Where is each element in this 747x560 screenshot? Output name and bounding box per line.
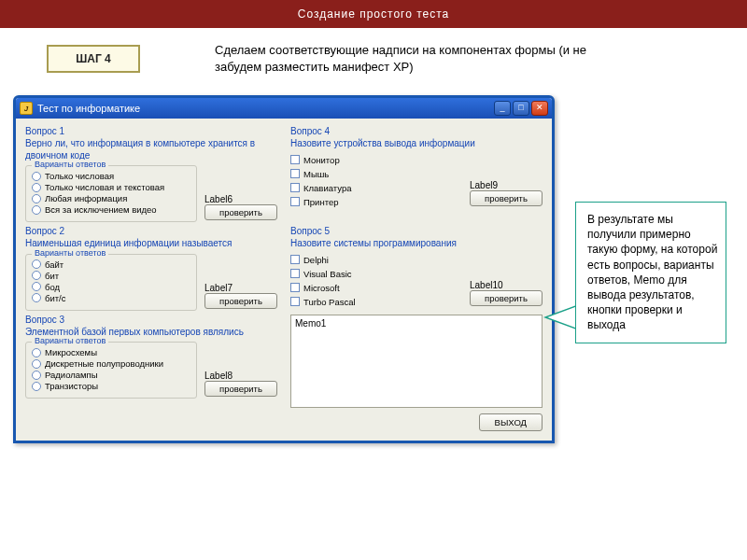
side-col: Label10 проверить	[470, 280, 543, 308]
step-label: ШАГ 4	[76, 52, 111, 65]
checkbox-option[interactable]: Turbo Pascal	[290, 297, 462, 307]
answers-group: Варианты ответов Только числовая Только …	[25, 165, 197, 222]
side-col: Label8 проверить	[204, 371, 277, 399]
checkbox-option[interactable]: Клавиатура	[290, 183, 462, 193]
maximize-button[interactable]: □	[513, 101, 529, 116]
question-num: Вопрос 1	[25, 126, 277, 136]
check-button[interactable]: проверить	[470, 290, 543, 306]
answers-group: Варианты ответов байт бит бод бит/с	[25, 254, 197, 311]
callout-text: В результате мы получили примерно такую …	[587, 213, 717, 331]
radio-option[interactable]: Вся за исключением видео	[32, 204, 190, 215]
app-icon: J	[20, 102, 33, 115]
check-button[interactable]: проверить	[470, 190, 543, 206]
radio-icon	[32, 359, 41, 369]
radio-option[interactable]: бод	[32, 282, 190, 292]
window-title: Тест по информатике	[37, 103, 494, 114]
titlebar[interactable]: J Тест по информатике _ □ ✕	[16, 98, 552, 119]
radio-icon	[32, 282, 41, 291]
checkbox-option[interactable]: Принтер	[290, 197, 462, 207]
checkbox-icon	[290, 255, 300, 264]
radio-icon	[32, 382, 41, 391]
question-num: Вопрос 4	[290, 126, 543, 136]
radio-option[interactable]: бит/с	[32, 293, 190, 303]
radio-icon	[32, 271, 41, 280]
radio-option[interactable]: Микросхемы	[32, 347, 190, 357]
window-controls: _ □ ✕	[494, 101, 548, 116]
intro-text: Сделаем соответствующие надписи на компо…	[215, 42, 616, 75]
slide-header: Создание простого теста	[0, 0, 747, 28]
checkbox-option[interactable]: Монитор	[290, 155, 462, 165]
close-button[interactable]: ✕	[531, 101, 548, 116]
answers-group: Варианты ответов Микросхемы Дискретные п…	[25, 342, 197, 399]
radio-icon	[32, 205, 41, 215]
result-label: Label8	[204, 371, 277, 381]
checkbox-icon	[290, 283, 300, 292]
radio-option[interactable]: Любая информация	[32, 193, 190, 203]
slide: Создание простого теста ШАГ 4 Сделаем со…	[0, 0, 747, 560]
result-label: Label10	[470, 280, 543, 290]
radio-icon	[32, 194, 41, 203]
form-body: Вопрос 1 Верно ли, что информация в комп…	[16, 119, 552, 441]
check-button[interactable]: проверить	[204, 381, 277, 397]
checkbox-icon	[290, 269, 300, 278]
groupbox-legend: Варианты ответов	[32, 248, 108, 258]
result-label: Label7	[204, 283, 277, 293]
memo-block: Memo1 ВЫХОД	[290, 315, 543, 431]
minimize-button[interactable]: _	[494, 101, 511, 116]
radio-option[interactable]: бит	[32, 271, 190, 281]
checkbox-icon	[290, 169, 300, 178]
question-1: Вопрос 1 Верно ли, что информация в комп…	[25, 126, 277, 222]
question-text: Назовите устройства вывода информации	[290, 138, 543, 150]
radio-option[interactable]: Только числовая и текстовая	[32, 182, 190, 192]
slide-title: Создание простого теста	[298, 7, 450, 21]
radio-option[interactable]: Только числовая	[32, 171, 190, 181]
result-label: Label9	[470, 180, 543, 190]
groupbox-legend: Варианты ответов	[32, 160, 108, 169]
question-4: Вопрос 4 Назовите устройства вывода инфо…	[290, 126, 543, 222]
memo-field[interactable]: Memo1	[290, 315, 543, 408]
question-num: Вопрос 2	[25, 226, 277, 236]
radio-icon	[32, 371, 41, 380]
app-window: J Тест по информатике _ □ ✕ Вопрос 1 Вер…	[13, 95, 555, 443]
checkbox-option[interactable]: Microsoft	[290, 283, 462, 293]
side-col: Label6 проверить	[204, 194, 277, 222]
question-3: Вопрос 3 Элементной базой первых компьют…	[25, 315, 277, 431]
checkbox-option[interactable]: Visual Basic	[290, 269, 462, 279]
question-5: Вопрос 5 Назовите системы программирован…	[290, 226, 543, 311]
radio-option[interactable]: Дискретные полупроводники	[32, 358, 190, 369]
checkbox-option[interactable]: Мышь	[290, 169, 462, 179]
question-num: Вопрос 3	[25, 315, 277, 325]
step-badge: ШАГ 4	[47, 45, 140, 73]
radio-option[interactable]: байт	[32, 259, 190, 270]
side-col: Label7 проверить	[204, 283, 277, 311]
radio-option[interactable]: Транзисторы	[32, 381, 190, 391]
radio-icon	[32, 293, 41, 302]
radio-option[interactable]: Радиолампы	[32, 370, 190, 380]
radio-icon	[32, 259, 41, 269]
question-text: Верно ли, что информация в компьютере хр…	[25, 138, 277, 161]
radio-icon	[32, 183, 41, 192]
check-button[interactable]: проверить	[204, 293, 277, 309]
callout-box: В результате мы получили примерно такую …	[575, 202, 726, 343]
side-col: Label9 проверить	[470, 180, 543, 208]
checkbox-icon	[290, 297, 300, 306]
checkbox-icon	[290, 197, 300, 206]
check-button[interactable]: проверить	[204, 204, 277, 220]
question-2: Вопрос 2 Наименьшая единица информации н…	[25, 226, 277, 311]
exit-button[interactable]: ВЫХОД	[479, 413, 543, 431]
groupbox-legend: Варианты ответов	[32, 336, 108, 345]
checkbox-icon	[290, 183, 300, 192]
radio-icon	[32, 172, 41, 181]
question-text: Назовите системы программирования	[290, 238, 543, 250]
result-label: Label6	[204, 194, 277, 204]
checkbox-icon	[290, 155, 300, 164]
checkbox-option[interactable]: Delphi	[290, 255, 462, 265]
question-num: Вопрос 5	[290, 226, 543, 236]
radio-icon	[32, 348, 41, 357]
